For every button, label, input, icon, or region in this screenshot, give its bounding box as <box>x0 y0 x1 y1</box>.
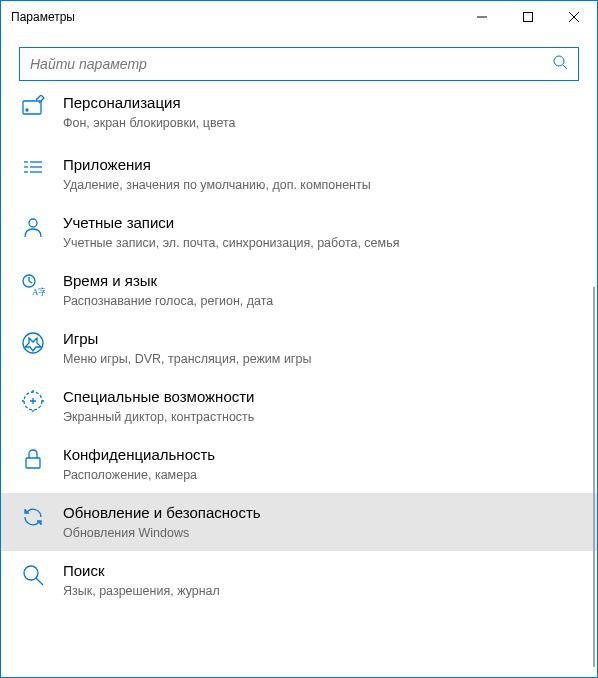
search-category-icon <box>19 561 47 587</box>
ease-of-access-icon <box>19 387 47 413</box>
search-input[interactable] <box>30 56 552 72</box>
svg-point-4 <box>554 56 564 66</box>
item-subtitle: Обновления Windows <box>63 525 579 541</box>
setting-apps[interactable]: Приложения Удаление, значения по умолчан… <box>1 145 597 203</box>
svg-rect-1 <box>524 13 533 22</box>
search-box[interactable] <box>19 47 579 81</box>
item-subtitle: Язык, разрешения, журнал <box>63 583 579 599</box>
item-subtitle: Учетные записи, эл. почта, синхронизация… <box>63 235 579 251</box>
item-title: Обновление и безопасность <box>63 503 579 523</box>
setting-personalization[interactable]: Персонализация Фон, экран блокировки, цв… <box>1 87 597 145</box>
gaming-icon <box>19 329 47 355</box>
item-subtitle: Экранный диктор, контрастность <box>63 409 579 425</box>
accounts-icon <box>19 213 47 239</box>
search-wrap <box>1 33 597 87</box>
setting-privacy[interactable]: Конфиденциальность Расположение, камера <box>1 435 597 493</box>
item-title: Игры <box>63 329 579 349</box>
titlebar: Параметры <box>1 1 597 33</box>
setting-ease-of-access[interactable]: Специальные возможности Экранный диктор,… <box>1 377 597 435</box>
privacy-icon <box>19 445 47 471</box>
item-title: Персонализация <box>63 93 579 113</box>
item-title: Поиск <box>63 561 579 581</box>
svg-line-21 <box>36 578 43 585</box>
apps-icon <box>19 155 47 181</box>
setting-time-language[interactable]: A字 Время и язык Распознавание голоса, ре… <box>1 261 597 319</box>
scrollbar[interactable] <box>593 287 595 667</box>
svg-point-7 <box>26 109 28 111</box>
item-subtitle: Расположение, камера <box>63 467 579 483</box>
item-subtitle: Распознавание голоса, регион, дата <box>63 293 579 309</box>
setting-gaming[interactable]: Игры Меню игры, DVR, трансляция, режим и… <box>1 319 597 377</box>
svg-text:A字: A字 <box>32 287 45 297</box>
item-subtitle: Меню игры, DVR, трансляция, режим игры <box>63 351 579 367</box>
window-title: Параметры <box>11 10 75 24</box>
svg-point-20 <box>24 566 38 580</box>
setting-accounts[interactable]: Учетные записи Учетные записи, эл. почта… <box>1 203 597 261</box>
item-title: Специальные возможности <box>63 387 579 407</box>
settings-list: Персонализация Фон, экран блокировки, цв… <box>1 87 597 619</box>
item-title: Конфиденциальность <box>63 445 579 465</box>
svg-line-5 <box>563 65 567 69</box>
maximize-button[interactable] <box>505 1 551 33</box>
window-controls <box>459 1 597 33</box>
item-subtitle: Фон, экран блокировки, цвета <box>63 115 579 131</box>
search-icon <box>552 54 568 74</box>
svg-rect-19 <box>26 458 40 468</box>
item-title: Время и язык <box>63 271 579 291</box>
personalization-icon <box>19 93 47 119</box>
minimize-button[interactable] <box>459 1 505 33</box>
item-subtitle: Удаление, значения по умолчанию, доп. ко… <box>63 177 579 193</box>
update-security-icon <box>19 503 47 529</box>
content-area: Персонализация Фон, экран блокировки, цв… <box>1 87 597 677</box>
close-button[interactable] <box>551 1 597 33</box>
setting-search[interactable]: Поиск Язык, разрешения, журнал <box>1 551 597 609</box>
item-title: Приложения <box>63 155 579 175</box>
svg-point-14 <box>29 219 37 227</box>
item-title: Учетные записи <box>63 213 579 233</box>
time-language-icon: A字 <box>19 271 47 297</box>
svg-rect-6 <box>23 101 41 114</box>
setting-update-security[interactable]: Обновление и безопасность Обновления Win… <box>1 493 597 551</box>
